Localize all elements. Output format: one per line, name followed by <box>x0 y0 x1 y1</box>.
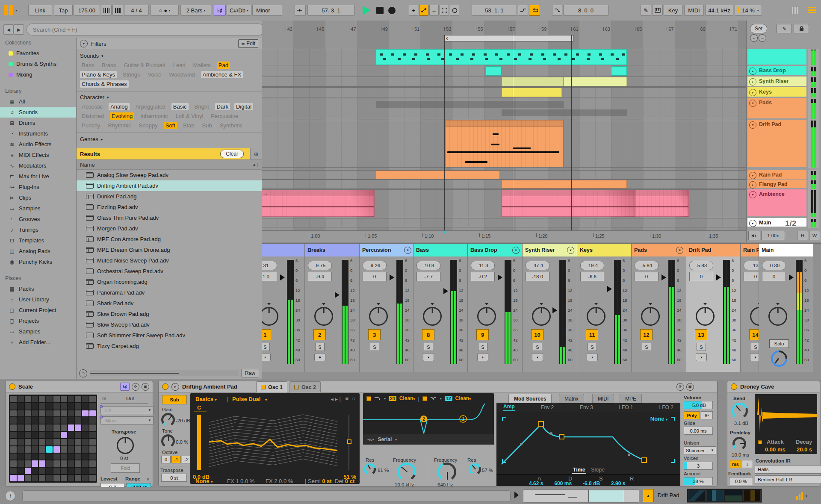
scale-grid-cell[interactable] <box>61 454 67 460</box>
sidebar-item-plug-ins[interactable]: ⊶Plug-Ins <box>0 182 76 192</box>
scale-grid-cell[interactable] <box>68 403 74 410</box>
poly-mode-button[interactable]: Poly <box>684 411 700 419</box>
scale-grid-cell[interactable] <box>75 410 81 417</box>
accidental-toggle[interactable]: ♭♯ <box>214 5 226 16</box>
sidebar-item-packs[interactable]: ▤Packs <box>0 283 76 294</box>
result-item[interactable]: Fizzling Pad.adv <box>77 202 262 212</box>
track-activator[interactable]: 8 <box>422 329 434 340</box>
logo-menu-caret[interactable]: ▾ <box>15 9 17 12</box>
track-header-flangy-pad[interactable]: ▸Flangy Pad <box>747 180 806 188</box>
track-activator[interactable]: 10 <box>531 329 543 340</box>
track-play-icon[interactable]: ▸ <box>749 181 756 189</box>
result-item[interactable]: Analog Slow Sweep Pad.adv <box>77 170 262 180</box>
volume-value[interactable]: 0 <box>744 272 759 281</box>
scale-grid-cell[interactable] <box>82 432 89 438</box>
volume-value[interactable]: -9.4 <box>308 272 332 281</box>
scale-grid-cell[interactable] <box>46 475 53 481</box>
scale-grid-cell[interactable] <box>18 475 24 481</box>
track-header-ambience[interactable]: ▼Ambience <box>747 189 806 216</box>
gain-value[interactable]: -20 dB <box>176 418 190 423</box>
scale-grid-cell[interactable] <box>32 403 38 410</box>
env-tab-amp[interactable]: Amp <box>503 404 515 411</box>
sidebar-item-all[interactable]: ▦All <box>0 96 76 107</box>
track-play-icon[interactable]: ▸ <box>749 78 756 85</box>
sidebar-item-midi-effects[interactable]: ≡MIDI Effects <box>0 150 76 160</box>
scale-grid-cell[interactable] <box>39 475 45 481</box>
solo-button[interactable]: S <box>533 343 542 351</box>
clip[interactable] <box>502 109 627 116</box>
scale-grid-cell[interactable] <box>32 410 38 417</box>
key-map-button[interactable]: Key <box>664 5 682 16</box>
unison-amount-value[interactable]: 38 % <box>684 477 713 485</box>
filter-tag-pad[interactable]: Pad <box>217 62 230 69</box>
mixer-strip-ms[interactable]: ms-31-1.060612182430364248601S◗ <box>262 244 305 372</box>
filter-tag-voice[interactable]: Voice <box>146 71 163 78</box>
scale-grid-cell[interactable] <box>25 424 31 431</box>
genres-group-header[interactable]: Genres▸ <box>77 133 262 148</box>
scale-grid-cell[interactable] <box>89 454 96 460</box>
filter2-res-knob[interactable] <box>469 463 481 475</box>
result-item[interactable]: Glass Thin Pure Pad.adv <box>77 212 262 223</box>
filter-tag-stab[interactable]: Stab <box>181 122 196 129</box>
decay-value[interactable]: 20.0 s <box>797 446 812 453</box>
set-locator-button[interactable]: Set <box>750 24 767 33</box>
track-play-icon[interactable]: ▸ <box>749 172 756 179</box>
scale-grid-cell[interactable] <box>61 417 67 424</box>
clip[interactable] <box>611 66 627 76</box>
volume-value[interactable]: -7.7 <box>416 272 440 281</box>
output-level-icon[interactable] <box>796 491 803 500</box>
filter-tag-guitar-plucked[interactable]: Guitar & Plucked <box>122 62 167 69</box>
add-filter-button[interactable]: ⊕ <box>250 148 262 159</box>
mixer-strip-main[interactable]: Main-0.3006061218243036424860Solo <box>759 244 821 372</box>
track-header-main[interactable]: ▸Main <box>747 218 806 227</box>
scale-grid-cell[interactable] <box>82 403 89 410</box>
volume-value[interactable]: 0 <box>635 272 659 281</box>
time-signature-field[interactable]: 4 / 4 <box>124 5 149 16</box>
scale-grid-cell[interactable] <box>53 424 60 431</box>
volume-value[interactable]: 0 <box>689 272 713 281</box>
peak-level-value[interactable]: -19.4 <box>580 261 604 270</box>
filters-edit-button[interactable]: ☰Edit <box>238 39 258 48</box>
track-activator[interactable]: 3 <box>368 329 381 340</box>
octave-button--1[interactable]: -1 <box>171 456 181 463</box>
scale-root-select[interactable]: C#▼ <box>100 406 154 414</box>
filter-tag-percussive[interactable]: Percussive <box>209 112 240 120</box>
mod-tab-midi[interactable]: MIDI <box>592 394 614 403</box>
track-lane-pads[interactable] <box>262 98 746 119</box>
clear-filters-button[interactable]: Clear <box>220 150 244 158</box>
volume-fader[interactable] <box>789 274 794 280</box>
randomize-icon[interactable]: ⟳ <box>132 383 139 391</box>
punch-in-button[interactable] <box>518 5 528 16</box>
transpose-knob[interactable] <box>117 437 134 454</box>
scale-grid-cell[interactable] <box>39 454 45 460</box>
sidebar-item-audio-effects[interactable]: ≋Audio Effects <box>0 139 76 150</box>
show-device-chain-button[interactable]: ▲ <box>643 489 654 502</box>
scale-grid-cell[interactable] <box>46 424 53 431</box>
mixer-track-title[interactable]: Breaks <box>305 244 359 256</box>
scale-grid-cell[interactable] <box>75 403 81 410</box>
scale-grid-cell[interactable] <box>10 417 17 424</box>
filters-collapse-icon[interactable]: ▼ <box>80 40 88 47</box>
filter-tag-dark[interactable]: Dark <box>215 103 230 110</box>
scale-grid-cell[interactable] <box>53 403 60 410</box>
track-header-drift-pad[interactable]: ▼Drift Pad <box>747 120 806 167</box>
mixer-strip-drift-pad[interactable]: Drift Pad-5.830606121824303642486013S◗ <box>686 244 741 372</box>
track-play-icon[interactable]: ▸ <box>749 89 756 96</box>
scale-grid-cell[interactable] <box>82 439 89 445</box>
chain-play-icon[interactable] <box>514 492 519 498</box>
scale-grid-cell[interactable] <box>82 460 89 467</box>
env-target-menu[interactable]: None ▾ <box>650 416 667 422</box>
fold-icon[interactable]: ▼ <box>749 121 756 129</box>
env-tab-lfo-1[interactable]: LFO 1 <box>619 404 633 410</box>
mixer-track-title[interactable]: Synth Riser▾ <box>523 244 577 256</box>
new-button[interactable]: + <box>409 5 418 16</box>
track-header-keys[interactable]: ▸Keys <box>747 87 806 97</box>
scale-grid-cell[interactable] <box>75 468 81 474</box>
mod-tab-mod-sources[interactable]: Mod Sources <box>508 394 552 403</box>
result-item[interactable]: MPE Con Amore Pad.adg <box>77 234 262 245</box>
pan-knob[interactable] <box>641 307 660 326</box>
scale-grid-cell[interactable] <box>32 446 38 453</box>
mixer-track-title[interactable]: Pads≡ <box>632 244 686 256</box>
scale-grid-cell[interactable] <box>53 460 60 467</box>
filter-tag-evolving[interactable]: Evolving <box>110 112 134 120</box>
